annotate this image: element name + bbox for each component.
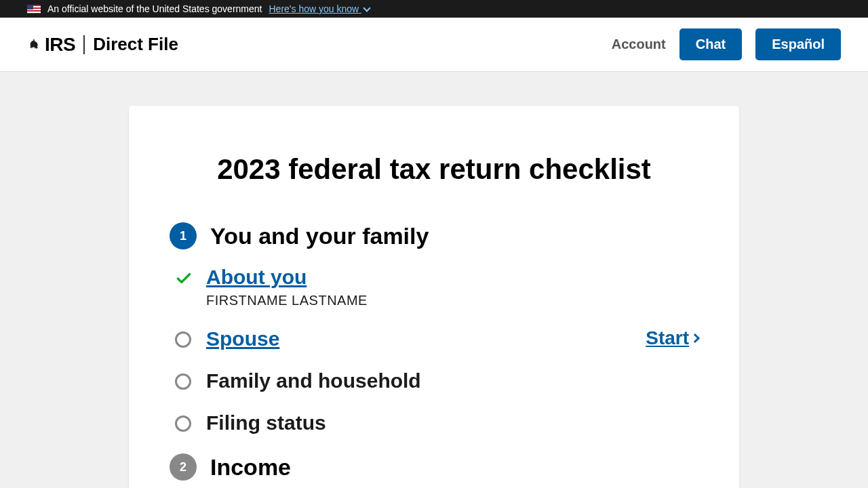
family-household-label: Family and household bbox=[206, 369, 421, 392]
chevron-right-icon bbox=[690, 333, 700, 343]
gov-banner: An official website of the United States… bbox=[0, 0, 868, 18]
logo-divider bbox=[83, 35, 85, 54]
account-link[interactable]: Account bbox=[612, 37, 666, 52]
section-title: Income bbox=[210, 454, 291, 481]
espanol-button[interactable]: Español bbox=[755, 28, 841, 60]
irs-logo: IRS bbox=[27, 34, 75, 56]
page-title: 2023 federal tax return checklist bbox=[170, 153, 698, 186]
main: 2023 federal tax return checklist 1 You … bbox=[0, 72, 868, 488]
spouse-start-button[interactable]: Start bbox=[646, 327, 698, 349]
about-you-name: FIRSTNAME LASTNAME bbox=[206, 293, 698, 308]
product-name: Direct File bbox=[93, 34, 178, 55]
filing-status-label: Filing status bbox=[206, 411, 326, 434]
section-title: You and your family bbox=[210, 223, 429, 249]
section-number-badge: 2 bbox=[170, 453, 197, 481]
check-icon bbox=[175, 270, 193, 287]
about-you-link[interactable]: About you bbox=[206, 266, 307, 288]
chevron-down-icon bbox=[363, 4, 370, 12]
section-number-badge: 1 bbox=[170, 222, 197, 249]
item-filing-status: Filing status bbox=[175, 411, 698, 434]
header: IRS Direct File Account Chat Español bbox=[0, 18, 868, 72]
circle-icon bbox=[175, 415, 193, 433]
chat-button[interactable]: Chat bbox=[679, 28, 742, 60]
section-you-and-family: 1 You and your family bbox=[170, 222, 698, 249]
circle-icon bbox=[175, 331, 193, 349]
header-actions: Account Chat Español bbox=[612, 28, 841, 60]
checklist-card: 2023 federal tax return checklist 1 You … bbox=[129, 106, 739, 488]
item-family-household: Family and household bbox=[175, 369, 698, 392]
section-income: 2 Income bbox=[170, 453, 698, 481]
circle-icon bbox=[175, 373, 193, 391]
gov-banner-text: An official website of the United States… bbox=[47, 3, 262, 14]
eagle-icon bbox=[27, 37, 42, 52]
spouse-link[interactable]: Spouse bbox=[206, 327, 279, 350]
item-spouse: Spouse Start bbox=[175, 327, 698, 350]
gov-banner-link[interactable]: Here's how you know bbox=[269, 3, 370, 14]
item-about-you: About you FIRSTNAME LASTNAME bbox=[175, 266, 698, 308]
logo-area[interactable]: IRS Direct File bbox=[27, 34, 178, 56]
us-flag-icon bbox=[27, 5, 41, 14]
